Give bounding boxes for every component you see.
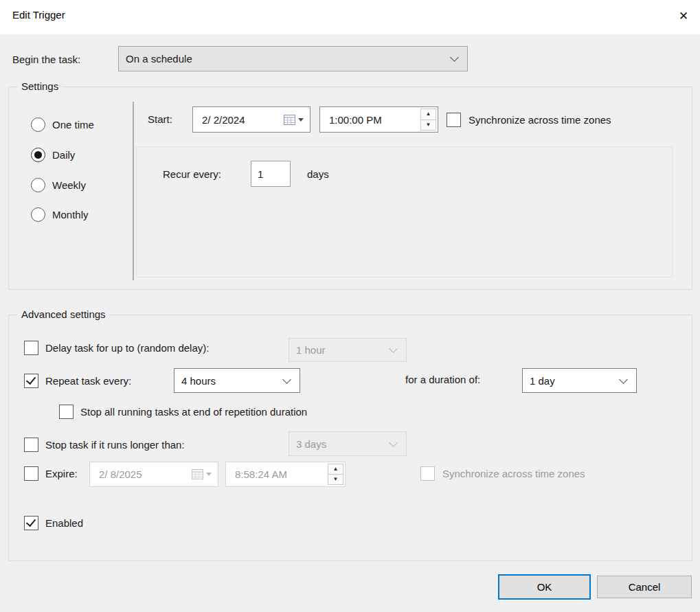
duration-label: for a duration of: xyxy=(405,373,480,387)
advanced-group-label: Advanced settings xyxy=(18,308,109,321)
daily-options-panel xyxy=(136,146,673,277)
calendar-dropdown-arrow-icon xyxy=(206,473,212,476)
delay-task-value: 1 hour xyxy=(296,344,385,356)
radio-one-time-label[interactable]: One time xyxy=(52,118,94,132)
stop-task-value: 3 days xyxy=(296,438,385,450)
expire-date-value: 2/ 8/2025 xyxy=(99,468,192,480)
radio-weekly[interactable] xyxy=(31,178,45,192)
calendar-dropdown-arrow-icon xyxy=(298,118,304,122)
spin-down-icon[interactable]: ▼ xyxy=(421,120,436,131)
radio-monthly[interactable] xyxy=(31,207,45,222)
start-label: Start: xyxy=(148,113,172,126)
duration-dropdown[interactable]: 1 day xyxy=(522,368,637,393)
enabled-label[interactable]: Enabled xyxy=(45,517,83,530)
begin-task-label: Begin the task: xyxy=(12,53,80,67)
ok-button[interactable]: OK xyxy=(498,574,591,600)
expire-time-picker: 8:58:24 AM ▲ ▼ xyxy=(225,462,346,487)
start-time-spinner[interactable]: ▲ ▼ xyxy=(420,109,436,131)
chevron-down-icon xyxy=(389,438,398,447)
duration-value: 1 day xyxy=(530,375,615,387)
chevron-down-icon xyxy=(450,53,459,62)
cancel-button[interactable]: Cancel xyxy=(597,576,692,598)
enabled-checkbox[interactable] xyxy=(24,516,38,530)
expire-sync-label: Synchronize across time zones xyxy=(442,467,585,481)
chevron-down-icon xyxy=(619,375,628,384)
begin-task-dropdown[interactable]: On a schedule xyxy=(118,46,468,71)
repeat-task-dropdown[interactable]: 4 hours xyxy=(174,368,300,393)
repeat-task-checkbox[interactable] xyxy=(24,374,38,388)
dialog-title: Edit Trigger xyxy=(12,9,65,21)
repeat-task-value: 4 hours xyxy=(181,375,278,387)
recur-unit-label: days xyxy=(307,168,329,181)
radio-one-time[interactable] xyxy=(31,117,45,132)
delay-task-checkbox[interactable] xyxy=(24,341,38,355)
expire-sync-checkbox xyxy=(420,466,435,481)
calendar-icon xyxy=(192,469,212,479)
expire-label[interactable]: Expire: xyxy=(45,467,78,481)
chevron-down-icon xyxy=(389,344,398,353)
expire-time-value: 8:58:24 AM xyxy=(235,468,328,480)
radio-daily-label[interactable]: Daily xyxy=(52,148,75,162)
start-time-value: 1:00:00 PM xyxy=(329,114,420,126)
recur-every-input[interactable]: 1 xyxy=(251,161,291,187)
sync-timezones-checkbox[interactable] xyxy=(447,113,461,127)
repeat-task-label[interactable]: Repeat task every: xyxy=(45,374,131,388)
title-bar: Edit Trigger ✕ xyxy=(0,0,700,34)
recur-every-label: Recur every: xyxy=(163,168,221,181)
stop-all-tasks-checkbox[interactable] xyxy=(59,405,74,419)
spin-up-icon: ▲ xyxy=(328,464,343,475)
start-time-picker[interactable]: 1:00:00 PM ▲ ▼ xyxy=(319,106,438,133)
expire-date-picker: 2/ 8/2025 xyxy=(89,462,218,487)
delay-task-label[interactable]: Delay task for up to (random delay): xyxy=(45,341,209,355)
start-date-picker[interactable]: 2/ 2/2024 xyxy=(192,106,311,133)
stop-task-checkbox[interactable] xyxy=(24,438,38,452)
stop-all-tasks-label[interactable]: Stop all running tasks at end of repetit… xyxy=(80,405,307,419)
delay-task-dropdown: 1 hour xyxy=(289,338,407,362)
settings-group-label: Settings xyxy=(18,80,62,93)
settings-separator xyxy=(133,102,134,280)
start-date-value: 2/ 2/2024 xyxy=(202,114,284,126)
cancel-button-label: Cancel xyxy=(629,581,661,593)
sync-timezones-label[interactable]: Synchronize across time zones xyxy=(468,113,611,127)
calendar-icon[interactable] xyxy=(284,115,304,125)
expire-checkbox[interactable] xyxy=(24,466,38,481)
spin-up-icon[interactable]: ▲ xyxy=(421,109,436,120)
radio-monthly-label[interactable]: Monthly xyxy=(52,208,89,222)
close-button[interactable]: ✕ xyxy=(670,3,697,29)
close-icon: ✕ xyxy=(679,9,688,23)
stop-task-dropdown: 3 days xyxy=(289,431,407,456)
recur-every-value: 1 xyxy=(258,168,263,180)
begin-task-value: On a schedule xyxy=(126,53,446,65)
spin-down-icon: ▼ xyxy=(328,475,343,484)
expire-time-spinner: ▲ ▼ xyxy=(328,464,343,485)
stop-task-label[interactable]: Stop task if it runs longer than: xyxy=(45,438,185,452)
ok-button-label: OK xyxy=(537,581,552,593)
chevron-down-icon xyxy=(282,375,291,384)
edit-trigger-dialog: Edit Trigger ✕ Begin the task: On a sche… xyxy=(0,0,700,612)
radio-weekly-label[interactable]: Weekly xyxy=(52,179,86,192)
radio-daily[interactable] xyxy=(31,148,45,162)
